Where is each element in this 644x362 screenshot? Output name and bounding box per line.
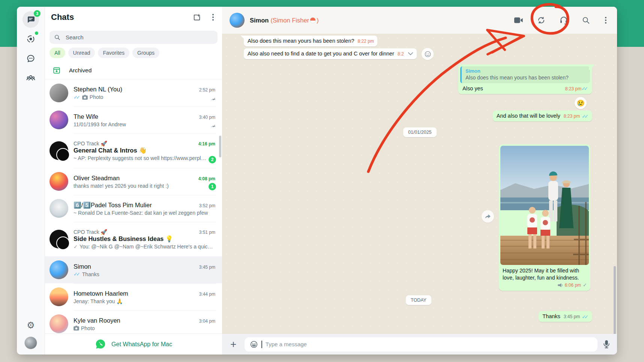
nav-channels-button[interactable] [23,50,39,67]
channels-icon [26,54,35,63]
chat-row-padel[interactable]: 6️⃣/5️⃣Padel Toss Pim Mulier3:52 pm ~ Ro… [45,195,222,222]
chat-time: 3:44 pm [196,292,215,297]
sidebar-scrollbar[interactable] [219,136,221,157]
message-input[interactable]: Type a message [245,337,597,352]
chevron-down-icon[interactable] [408,52,413,55]
filter-groups[interactable]: Groups [132,48,159,58]
broadcast-icon [558,283,563,287]
photo-image[interactable] [500,146,589,265]
mic-icon[interactable] [603,340,610,349]
conversation-panel: Simon (Simon Fisher) Also does this mean… [222,7,617,355]
chat-title: The Wife [74,113,98,120]
search-icon[interactable] [582,16,590,24]
photo-caption: Happy 2025! May it be filled with love, … [500,265,589,281]
chat-row-haarlem[interactable]: Hometown Haarlem3:44 pm Jenay: Thank you… [45,283,222,310]
chat-time: 3:51 pm [196,230,215,235]
crying-emoji: 😢 [576,99,584,107]
conversation-header[interactable]: Simon (Simon Fisher) [222,7,617,34]
chat-title: Oliver Steadman [74,175,120,182]
incoming-message[interactable]: Also does this mean yours has been stole… [244,36,377,46]
messages-scrollbar[interactable] [614,266,616,334]
contact-emoji [310,17,316,23]
chat-time: 3:45 pm [196,265,215,270]
forward-button[interactable] [482,210,494,223]
sync-icon[interactable] [537,16,546,25]
attach-plus-icon[interactable]: + [227,339,239,350]
sent-tick-icon: ✓ [74,244,78,250]
chat-time: 4:08 pm [195,176,215,181]
message-text: Also yes [462,85,483,91]
nav-communities-button[interactable] [23,70,39,86]
new-chat-icon[interactable] [193,13,201,21]
archive-box-icon [53,66,61,75]
avatar [50,260,68,279]
avatar [50,111,68,129]
filter-unread[interactable]: Unread [68,48,95,58]
search-placeholder: Search [66,34,84,40]
search-icon [54,34,60,40]
outgoing-message-with-quote[interactable]: Simon Also does this mean yours has been… [458,64,592,94]
chat-row-cpo-sidehustles[interactable]: CPO Track 🚀3:51 pm Side Hustles & Busine… [45,222,222,256]
chat-group-name: CPO Track 🚀 [74,141,107,147]
outgoing-photo-message[interactable]: Happy 2025! May it be filled with love, … [499,144,590,291]
outgoing-message[interactable]: And also that will be lovely 8:23 pm ✓✓ [493,111,592,121]
chat-title: Hometown Haarlem [74,290,128,297]
incoming-message[interactable]: Also also need to find a date to get you… [244,48,417,59]
chat-bubble-icon [26,15,35,24]
chat-group-name: CPO Track 🚀 [74,229,107,235]
chat-row-the-wife[interactable]: The Wife3:40 pm 11/01/1993 for Andrew [45,106,222,133]
filter-favorites[interactable]: Favorites [98,48,129,58]
pin-icon [209,122,217,130]
unread-badge: 2 [209,156,216,163]
avatar [50,199,68,218]
message-reaction[interactable]: 😢 [575,97,587,109]
archived-row[interactable]: Archived [45,62,222,79]
quoted-message[interactable]: Simon Also does this mean yours has been… [460,66,590,83]
add-reaction-button[interactable] [422,48,434,60]
status-ring-icon [26,34,35,43]
headset-icon[interactable] [559,16,568,25]
read-ticks-icon: ✓✓ [74,94,80,100]
chat-subtitle: ~ Ronald De La Fuente-Saez: dat kan je w… [74,210,208,216]
contact-avatar[interactable] [230,13,245,28]
message-time: 3:45 pm [564,314,580,319]
get-whatsapp-banner[interactable]: Get WhatsApp for Mac [45,334,222,355]
chat-row-stephen[interactable]: Stephen NL (You)2:52 pm ✓✓ Photo [45,79,222,106]
avatar [50,172,68,191]
chat-row-simon[interactable]: Simon3:45 pm ✓✓Thanks [45,256,222,283]
chat-time: 3:40 pm [196,115,215,120]
message-time: 8:22 pm [358,39,374,44]
chat-subtitle: thanks mate! yes 2026 you read it right … [74,183,169,189]
avatar [50,314,68,333]
emoji-picker-icon[interactable] [250,340,258,349]
settings-button[interactable]: ⚙ [23,317,39,334]
message-text: And also that will be lovely [497,113,560,119]
chat-subtitle: ~ AP: Perplexity suggests not so well ht… [74,155,206,161]
chat-subtitle: You: @~Nik G @~Nam @~Erik Schwartz Here'… [80,244,213,250]
chat-time: 3:52 pm [196,203,215,208]
filter-all[interactable]: All [50,48,65,58]
forward-arrow-icon [485,214,491,220]
chat-row-cpo-general[interactable]: CPO Track 🚀4:16 pm General Chat & Intros… [45,133,222,168]
get-whatsapp-label: Get WhatsApp for Mac [111,341,172,348]
message-text: Thanks [542,313,560,319]
nav-status-button[interactable] [23,31,39,47]
avatar [50,84,68,102]
profile-avatar[interactable] [24,337,37,349]
chat-row-oliver[interactable]: Oliver Steadman4:08 pm thanks mate! yes … [45,168,222,195]
read-ticks-icon: ✓✓ [74,271,80,277]
sidebar-menu-icon[interactable] [211,12,215,22]
outgoing-message[interactable]: Thanks 3:45 pm ✓✓ [539,311,592,322]
search-input[interactable]: Search [50,31,218,44]
chat-subtitle: Jenay: Thank you 🙏 [74,298,123,304]
conversation-menu-icon[interactable] [603,15,608,25]
video-call-icon[interactable] [514,17,523,24]
nav-chats-button[interactable]: 3 [23,11,39,28]
chat-row-kyle[interactable]: Kyle van Rooyen3:04 pm Photo [45,310,222,334]
chat-title: Simon [74,263,91,270]
avatar [50,287,68,306]
message-time: 8:23 pm [565,86,581,91]
messages-area: Also does this mean yours has been stole… [222,34,617,334]
message-text: Also does this mean yours has been stole… [248,38,354,44]
status-new-dot [35,31,38,35]
